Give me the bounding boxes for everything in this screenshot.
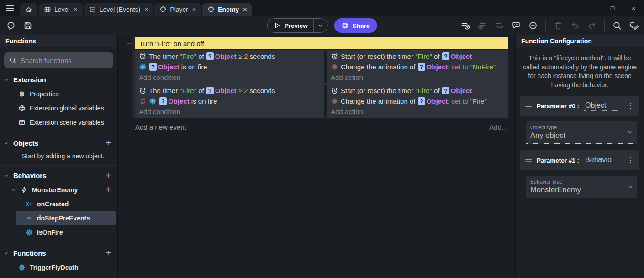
parameter-name-field[interactable]: Object (584, 101, 618, 111)
trash-button[interactable] (554, 21, 563, 30)
close-window-button[interactable]: × (623, 0, 644, 16)
share-button[interactable]: Share (334, 18, 377, 33)
add-subevent-button[interactable] (478, 21, 487, 30)
sidebar-item-extension-global-variables[interactable]: Extension global variables (0, 101, 117, 115)
tab-label: Player (170, 6, 188, 13)
hamburger-icon (5, 4, 15, 13)
toolbar-divider (545, 20, 546, 31)
section-label: Objects (13, 139, 38, 147)
add-action-button[interactable]: Add action (331, 106, 508, 117)
events-content: Turn "Fire" on and off The timer "Fire" … (135, 37, 508, 131)
sidebar-item-dosteppreevents[interactable]: doStepPreEvents (16, 211, 116, 225)
text-segment: ≥ (237, 85, 244, 96)
parameter-header-0[interactable]: Parameter #0 :Object⋮ (520, 96, 639, 116)
section-header-behaviors[interactable]: Behaviors+ (0, 168, 117, 183)
section-header-objects[interactable]: Objects+ (0, 136, 117, 150)
parameter-menu-button[interactable]: ⋮ (626, 102, 635, 110)
undo-button[interactable] (570, 21, 580, 30)
search-button[interactable] (612, 21, 622, 30)
redo-button[interactable] (587, 21, 596, 30)
parameter-header-1[interactable]: Parameter #1 :Behavio⋮ (520, 150, 639, 170)
parameter-type-select-1[interactable]: Behavior typeMonsterEnemy (526, 176, 637, 198)
actions-column: Start (or reset) the timer "Fire" of ?Ob… (324, 85, 508, 117)
tab-player[interactable]: Player× (154, 3, 201, 16)
object-param-chip: ? (159, 97, 167, 105)
add-behaviors-button[interactable]: + (104, 170, 114, 181)
minimize-button[interactable]: – (581, 0, 602, 16)
tab-home[interactable] (20, 3, 37, 16)
add-objects-button[interactable]: + (104, 138, 114, 148)
save-button[interactable] (23, 21, 32, 30)
history-button[interactable] (6, 21, 16, 30)
condition[interactable]: ?Object is on fire (139, 96, 324, 106)
tab-close-icon[interactable]: × (143, 6, 148, 13)
text-segment: : (448, 96, 451, 106)
preview-button[interactable]: Preview (268, 19, 313, 32)
edit-extension-button[interactable] (629, 21, 639, 30)
sidebar-item-triggerflydeath[interactable]: »TriggerFlyDeath (0, 260, 117, 274)
timer-icon (331, 52, 338, 60)
tab-close-icon[interactable]: × (73, 6, 77, 13)
condition[interactable]: The timer "Fire" of ?Object ≥ 2 seconds (139, 85, 324, 96)
sidebar-item-properties[interactable]: Properties (0, 87, 117, 101)
gear-action-icon: » (18, 264, 26, 271)
main-menu-button[interactable] (0, 0, 20, 16)
redo-icon (587, 21, 596, 30)
action[interactable]: Start (or reset) the timer "Fire" of ?Ob… (331, 51, 508, 62)
behavior-MonsterEnemy[interactable]: MonsterEnemy+ (0, 183, 117, 197)
add-function-to-behavior-button[interactable]: + (104, 184, 114, 195)
sidebar-item-isonfire[interactable]: ?IsOnFire (0, 225, 117, 239)
parameter-menu-button[interactable]: ⋮ (626, 156, 635, 164)
toolbar: Preview Share (0, 16, 644, 35)
object-param-chip: ? (418, 97, 425, 105)
parameter-type-select-0[interactable]: Object typeAny object (526, 121, 637, 144)
sidebar-item-oncreated[interactable]: onCreated (0, 197, 117, 211)
add-action-button[interactable]: Add action (331, 72, 508, 83)
tab-level-events[interactable]: Level (Events)× (84, 3, 153, 16)
action[interactable]: Start (or reset) the timer "Fire" of ?Ob… (331, 85, 508, 96)
add-condition-button[interactable]: Add condition (139, 106, 324, 117)
sidebar-item-isflydead[interactable]: ?IsFlyDead (0, 274, 117, 278)
add-more-button[interactable]: Add… (489, 123, 508, 131)
toolbar-divider (604, 20, 605, 31)
event-1[interactable]: The timer "Fire" of ?Object ≥ 2 seconds?… (135, 84, 508, 118)
tab-enemy[interactable]: Enemy× (202, 3, 252, 16)
gdevelop-window: Level×Level (Events)×Player×Enemy× – □ ×… (0, 0, 644, 278)
search-input[interactable] (21, 57, 111, 64)
condition[interactable]: The timer "Fire" of ?Object ≥ 2 seconds (139, 51, 324, 62)
sidebar-item-extension-scene-variables[interactable]: Extension scene variables (0, 115, 117, 129)
gear-icon (18, 90, 26, 98)
parameter-name-field[interactable]: Behavio (584, 156, 618, 165)
add-condition-button[interactable]: Add condition (139, 72, 324, 83)
parameter-label: Parameter #1 : (537, 157, 579, 164)
action[interactable]: Change the animation of ?Object: set to … (331, 62, 508, 72)
text-segment: "NoFire" (468, 62, 496, 72)
drag-handle-icon (525, 102, 532, 110)
preview-options-button[interactable] (314, 19, 327, 32)
comment-event[interactable]: Turn "Fire" on and off (135, 37, 508, 49)
add-functions-button[interactable]: + (104, 248, 114, 258)
add-other-event-button[interactable] (495, 21, 504, 30)
events-editor: Turn "Fire" on and off The timer "Fire" … (118, 35, 515, 278)
row-label: TriggerFlyDeath (30, 264, 79, 271)
row-label: Properties (30, 90, 59, 98)
select-value: Any object (530, 131, 625, 140)
add-new-event-button[interactable]: Add a new event (135, 123, 186, 131)
tab-close-icon[interactable]: × (242, 6, 247, 13)
object-param-name: Object (427, 62, 448, 72)
condition[interactable]: ?Object is on fire (139, 62, 324, 72)
tab-level[interactable]: Level× (39, 3, 83, 16)
tab-close-icon[interactable]: × (191, 6, 196, 13)
add-comment-button[interactable] (512, 21, 521, 30)
text-segment: "Fire" (180, 51, 196, 62)
select-label: Behavior type (530, 179, 625, 184)
search-icon (612, 21, 622, 30)
event-0[interactable]: The timer "Fire" of ?Object ≥ 2 seconds?… (135, 50, 508, 84)
section-header-extension[interactable]: Extension (0, 73, 117, 87)
object-param-name: Object (451, 85, 472, 96)
section-header-functions[interactable]: Functions+ (0, 246, 117, 260)
add-event-button[interactable] (461, 21, 470, 30)
action[interactable]: Change the animation of ?Object: set to … (331, 96, 508, 106)
add-circle-button[interactable] (528, 21, 538, 30)
maximize-button[interactable]: □ (602, 0, 623, 16)
